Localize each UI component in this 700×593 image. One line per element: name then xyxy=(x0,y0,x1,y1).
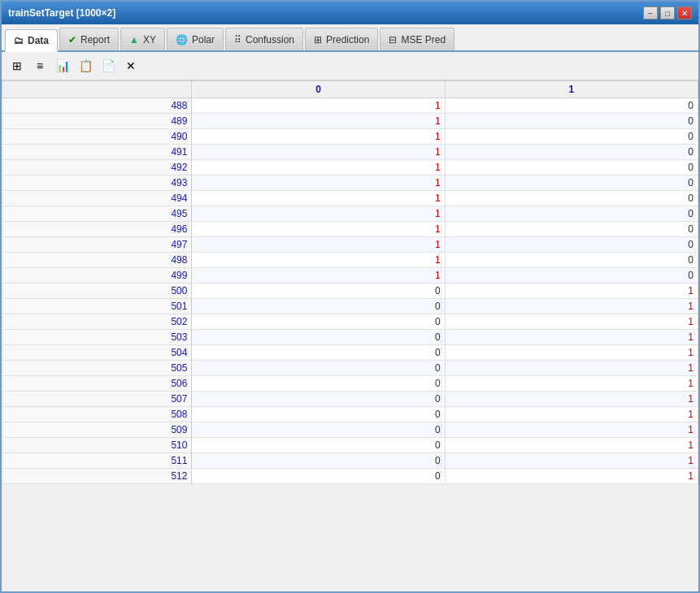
tab-polar[interactable]: 🌐 Polar xyxy=(167,28,224,50)
table-row: 50001 xyxy=(2,284,698,299)
tab-confussion-icon: ⠿ xyxy=(234,34,241,45)
cell-col1: 0 xyxy=(445,191,698,206)
table-container: 0 1 488104891049010491104921049310494104… xyxy=(2,80,698,591)
table-row: 51001 xyxy=(2,438,698,453)
cell-col0: 0 xyxy=(192,453,445,469)
cell-col0: 0 xyxy=(192,392,445,407)
cell-col1: 1 xyxy=(445,407,698,422)
cell-index: 505 xyxy=(2,361,192,376)
cell-index: 498 xyxy=(2,253,192,268)
tab-data[interactable]: 🗂 Data xyxy=(5,29,58,52)
table-row: 50801 xyxy=(2,407,698,422)
export-button[interactable]: 📋 xyxy=(75,55,96,76)
tab-polar-icon: 🌐 xyxy=(176,34,188,45)
cell-col0: 1 xyxy=(192,222,445,237)
close-button[interactable]: ✕ xyxy=(677,6,692,19)
cell-col1: 1 xyxy=(445,361,698,376)
cell-col0: 1 xyxy=(192,129,445,145)
cell-index: 497 xyxy=(2,237,192,253)
col-header-0: 0 xyxy=(192,81,445,98)
cell-index: 492 xyxy=(2,160,192,175)
cell-col1: 0 xyxy=(445,222,698,237)
tab-xy[interactable]: ▲ XY xyxy=(120,28,165,50)
table-row: 50101 xyxy=(2,299,698,314)
cell-index: 504 xyxy=(2,345,192,361)
cell-col1: 0 xyxy=(445,98,698,114)
cell-col0: 0 xyxy=(192,284,445,299)
chart-button[interactable]: 📊 xyxy=(52,55,73,76)
cell-col0: 1 xyxy=(192,191,445,206)
cell-col1: 1 xyxy=(445,284,698,299)
table-row: 49910 xyxy=(2,268,698,284)
tab-prediction-icon: ⊞ xyxy=(314,34,322,45)
cell-index: 512 xyxy=(2,469,192,484)
cell-col1: 0 xyxy=(445,237,698,253)
window-title: trainSetTarget [1000×2] xyxy=(8,7,115,19)
table-row: 50301 xyxy=(2,330,698,345)
cell-col1: 0 xyxy=(445,160,698,175)
cell-col0: 1 xyxy=(192,175,445,191)
cell-col0: 0 xyxy=(192,376,445,392)
copy-icon: 📄 xyxy=(102,59,115,72)
tab-msepred-icon: ⊟ xyxy=(389,34,397,45)
cell-index: 488 xyxy=(2,98,192,114)
cell-index: 506 xyxy=(2,376,192,392)
maximize-button[interactable]: □ xyxy=(660,6,675,19)
delete-icon: ✕ xyxy=(126,59,136,72)
cell-col1: 1 xyxy=(445,330,698,345)
cell-col0: 0 xyxy=(192,330,445,345)
table-row: 49010 xyxy=(2,129,698,145)
cell-col1: 1 xyxy=(445,376,698,392)
chart-icon: 📊 xyxy=(56,59,70,72)
table-row: 50501 xyxy=(2,361,698,376)
table-header-row: 0 1 xyxy=(2,81,698,98)
cell-index: 494 xyxy=(2,191,192,206)
cell-index: 501 xyxy=(2,299,192,314)
tab-prediction[interactable]: ⊞ Prediction xyxy=(305,28,378,50)
tab-msepred[interactable]: ⊟ MSE Pred xyxy=(380,28,454,50)
cell-index: 496 xyxy=(2,222,192,237)
grid-button[interactable]: ⊞ xyxy=(7,55,28,76)
cell-col1: 1 xyxy=(445,392,698,407)
cell-col1: 1 xyxy=(445,453,698,469)
table-row: 48910 xyxy=(2,114,698,129)
table-row: 49210 xyxy=(2,160,698,175)
cell-col0: 1 xyxy=(192,160,445,175)
table-scroll[interactable]: 0 1 488104891049010491104921049310494104… xyxy=(2,80,698,591)
menu-button[interactable]: ≡ xyxy=(29,55,50,76)
tab-confussion-label: Confussion xyxy=(246,34,294,45)
tab-msepred-label: MSE Pred xyxy=(401,34,446,45)
table-row: 48810 xyxy=(2,98,698,114)
main-window: trainSetTarget [1000×2] − □ ✕ 🗂 Data ✔ R… xyxy=(0,0,700,593)
table-row: 50701 xyxy=(2,392,698,407)
tab-data-icon: 🗂 xyxy=(14,35,24,46)
col-header-1: 1 xyxy=(445,81,698,98)
export-icon: 📋 xyxy=(79,59,93,72)
table-body: 4881048910490104911049210493104941049510… xyxy=(2,98,698,484)
table-row: 49310 xyxy=(2,175,698,191)
cell-col1: 0 xyxy=(445,114,698,129)
copy-button[interactable]: 📄 xyxy=(98,55,119,76)
title-bar: trainSetTarget [1000×2] − □ ✕ xyxy=(2,2,698,24)
tab-xy-icon: ▲ xyxy=(129,34,139,45)
cell-index: 509 xyxy=(2,422,192,438)
cell-col1: 0 xyxy=(445,206,698,222)
cell-col1: 1 xyxy=(445,469,698,484)
table-row: 49410 xyxy=(2,191,698,206)
cell-col0: 1 xyxy=(192,206,445,222)
table-row: 51101 xyxy=(2,453,698,469)
grid-icon: ⊞ xyxy=(12,59,22,72)
cell-index: 489 xyxy=(2,114,192,129)
table-row: 50201 xyxy=(2,314,698,330)
cell-col1: 1 xyxy=(445,299,698,314)
cell-col0: 1 xyxy=(192,114,445,129)
cell-col0: 1 xyxy=(192,253,445,268)
cell-col1: 1 xyxy=(445,438,698,453)
delete-button[interactable]: ✕ xyxy=(120,55,141,76)
cell-col0: 1 xyxy=(192,98,445,114)
cell-index: 500 xyxy=(2,284,192,299)
tab-report[interactable]: ✔ Report xyxy=(59,28,119,50)
tab-confussion[interactable]: ⠿ Confussion xyxy=(225,28,303,50)
minimize-button[interactable]: − xyxy=(643,6,658,19)
table-row: 49810 xyxy=(2,253,698,268)
